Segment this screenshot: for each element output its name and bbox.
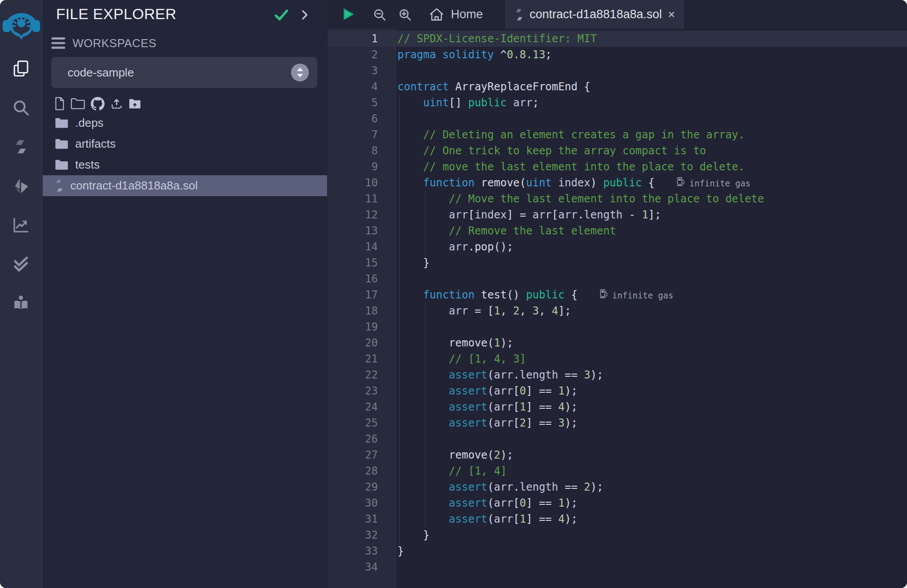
- close-icon[interactable]: [668, 9, 675, 20]
- code-line: 20 remove(1);: [328, 335, 907, 351]
- code-line: 7 // Deleting an element creates a gap i…: [328, 127, 907, 143]
- file-actions-row: [54, 95, 141, 112]
- code-line: 8 // One trick to keep the array compact…: [328, 143, 907, 159]
- line-number: 9: [328, 159, 378, 175]
- code-line: 22 assert(arr.length == 3);: [328, 367, 907, 383]
- new-file-button[interactable]: [54, 97, 65, 110]
- tab-home-label: Home: [451, 8, 483, 21]
- line-number: 6: [328, 111, 378, 127]
- line-number: 14: [328, 239, 378, 255]
- activity-unit-testing-button[interactable]: [0, 245, 42, 284]
- code-line: 26: [328, 431, 907, 447]
- chevron-right-icon[interactable]: [298, 8, 311, 21]
- code-line: 28 // [1, 4]: [328, 463, 907, 479]
- code-line-text: remove(1);: [378, 335, 513, 351]
- tree-item-artifacts[interactable]: artifacts: [43, 133, 327, 154]
- code-line: 11 // Move the last element into the pla…: [328, 191, 907, 207]
- tree-item-.deps[interactable]: .deps: [43, 113, 327, 133]
- line-number: 3: [328, 63, 378, 79]
- main-area: Home contract-d1a8818a8a.sol 1// SPDX-Li…: [328, 0, 907, 588]
- activity-bar: [0, 0, 42, 588]
- code-line-text: assert(arr[1] == 4);: [378, 511, 578, 527]
- code-line-text: [378, 319, 397, 335]
- activity-solidity-compiler-button[interactable]: [0, 128, 42, 167]
- tree-item-label: artifacts: [75, 137, 116, 151]
- zoom-in-icon[interactable]: [398, 8, 412, 22]
- activity-nav: [0, 49, 42, 323]
- activity-analysis-button[interactable]: [0, 206, 42, 245]
- code-line-text: }: [378, 527, 429, 543]
- file-tree: .depsartifactstestscontract-d1a8818a8a.s…: [43, 113, 327, 196]
- line-number: 4: [328, 79, 378, 95]
- new-folder-button[interactable]: [71, 98, 85, 109]
- tree-item-tests[interactable]: tests: [43, 154, 327, 175]
- tab-label: contract-d1a8818a8a.sol: [530, 8, 662, 21]
- code-line-text: assert(arr[1] == 4);: [378, 399, 578, 415]
- line-number: 17: [328, 287, 378, 303]
- line-number: 1: [328, 31, 378, 47]
- code-line-text: contract ArrayReplaceFromEnd {: [378, 79, 590, 95]
- activity-deploy-run-button[interactable]: [0, 167, 42, 206]
- zoom-out-icon[interactable]: [373, 8, 387, 22]
- upload-file-button[interactable]: [110, 97, 123, 110]
- home-icon: [429, 8, 444, 22]
- activity-files-button[interactable]: [0, 49, 42, 89]
- remix-ide-window: FILE EXPLORER WORKSPACES code-sample .de…: [0, 0, 907, 588]
- panel-title: FILE EXPLORER: [56, 5, 176, 23]
- code-line-text: // [1, 4]: [378, 463, 507, 479]
- code-line-text: [378, 111, 397, 127]
- tree-item-label: tests: [75, 158, 100, 172]
- code-line: 17 function test() public {infinite gas: [328, 287, 907, 303]
- analysis-icon: [12, 216, 30, 236]
- workspaces-menu-icon[interactable]: [51, 37, 65, 49]
- line-number: 11: [328, 191, 378, 207]
- workspace-select[interactable]: code-sample: [51, 57, 317, 88]
- code-content: 1// SPDX-License-Identifier: MIT2pragma …: [328, 31, 907, 575]
- code-line-text: // [1, 4, 3]: [378, 351, 526, 367]
- line-number: 31: [328, 511, 378, 527]
- code-line-text: // Remove the last element: [378, 223, 616, 239]
- code-line-text: [378, 431, 397, 447]
- code-line-text: assert(arr[2] == 3);: [378, 415, 578, 431]
- code-line-text: uint[] public arr;: [378, 95, 539, 111]
- upload-folder-icon: [129, 98, 141, 109]
- code-line: 13 // Remove the last element: [328, 223, 907, 239]
- code-line-text: arr[index] = arr[arr.length - 1];: [378, 207, 661, 223]
- check-icon[interactable]: [273, 7, 289, 23]
- code-line-text: [378, 559, 397, 575]
- tab-home[interactable]: Home: [419, 0, 493, 29]
- gas-estimate-label: infinite gas: [612, 287, 673, 303]
- code-line-text: pragma solidity ^0.8.13;: [378, 47, 552, 63]
- tree-item-contract-d1a8818a8a.sol[interactable]: contract-d1a8818a8a.sol: [43, 175, 327, 196]
- code-line: 33}: [328, 543, 907, 559]
- line-number: 32: [328, 527, 378, 543]
- github-button[interactable]: [91, 97, 105, 111]
- code-editor[interactable]: 1// SPDX-License-Identifier: MIT2pragma …: [328, 29, 907, 588]
- line-number: 12: [328, 207, 378, 223]
- code-line-text: function test() public {infinite gas: [378, 287, 673, 303]
- code-line: 25 assert(arr[2] == 3);: [328, 415, 907, 431]
- line-number: 18: [328, 303, 378, 319]
- new-folder-icon: [71, 98, 85, 109]
- code-line: 32 }: [328, 527, 907, 543]
- unit-testing-icon: [12, 255, 30, 275]
- line-number: 7: [328, 127, 378, 143]
- code-line-text: function remove(uint index) public {infi…: [378, 175, 750, 191]
- upload-folder-button[interactable]: [129, 98, 141, 109]
- github-icon: [91, 97, 105, 111]
- line-number: 33: [328, 543, 378, 559]
- gas-estimate-badge: infinite gas: [600, 287, 673, 303]
- code-line: 6: [328, 111, 907, 127]
- line-number: 13: [328, 223, 378, 239]
- run-play-icon[interactable]: [340, 6, 356, 22]
- tree-item-label: .deps: [75, 116, 104, 130]
- workspace-selected-value: code-sample: [68, 57, 134, 88]
- solidity-file-icon: [55, 179, 64, 192]
- tab-bar: Home contract-d1a8818a8a.sol: [328, 0, 907, 29]
- activity-search-button[interactable]: [0, 89, 42, 128]
- line-number: 20: [328, 335, 378, 351]
- upload-file-icon: [110, 97, 123, 110]
- code-line: 34: [328, 559, 907, 575]
- tab-contract-file[interactable]: contract-d1a8818a8a.sol: [506, 0, 684, 29]
- activity-learn-button[interactable]: [0, 284, 42, 323]
